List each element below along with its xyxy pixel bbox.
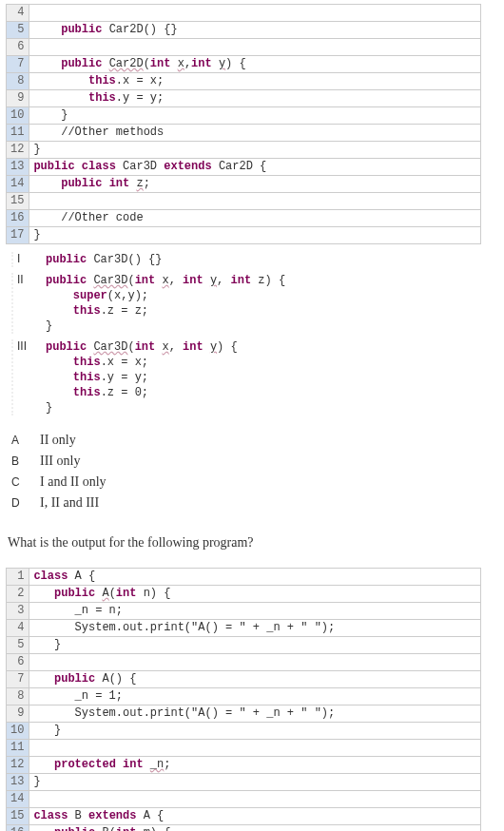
code-line: 9 this.y = y;	[7, 90, 481, 107]
line-number: 16	[7, 210, 29, 227]
option-label: II	[17, 273, 46, 286]
answer-row[interactable]: CI and II only	[11, 474, 500, 490]
option-block: Ipublic Car3D() {}	[11, 252, 500, 267]
line-content	[29, 5, 481, 22]
answer-row[interactable]: DI, II and III	[11, 495, 500, 511]
line-content: this.x = x;	[29, 73, 481, 90]
line-number: 11	[7, 125, 29, 142]
line-content: class B extends A {	[29, 808, 481, 825]
line-content: }	[29, 142, 481, 159]
answer-text: I, II and III	[40, 495, 99, 510]
code-line: 17}	[7, 227, 481, 244]
line-content: _n = 1;	[29, 688, 481, 705]
line-number: 12	[7, 757, 29, 774]
option-label: I	[17, 252, 46, 265]
code-line: 1class A {	[7, 569, 481, 586]
code-block-2: 1class A {2 public A(int n) {3 _n = n;4 …	[6, 568, 481, 831]
code-line: 8 this.x = x;	[7, 73, 481, 90]
code-line: 4 System.out.print("A() = " + _n + " ");	[7, 620, 481, 637]
line-content	[29, 654, 481, 671]
code-line: 12}	[7, 142, 481, 159]
line-content: //Other methods	[29, 125, 481, 142]
code-line: 14 public int z;	[7, 176, 481, 193]
code-line: 10 }	[7, 107, 481, 125]
line-content: _n = n;	[29, 603, 481, 620]
option-code: public Car3D() {}	[46, 252, 162, 267]
answer-row[interactable]: AII only	[11, 433, 500, 448]
line-number: 9	[7, 90, 29, 107]
option-block: IIIpublic Car3D(int x, int y) { this.x =…	[11, 339, 500, 416]
line-content: public A() {	[29, 671, 481, 688]
answer-text: III only	[40, 454, 80, 468]
line-number: 16	[7, 825, 29, 832]
option-code: public Car3D(int x, int y) { this.x = x;…	[46, 339, 238, 416]
code-line: 13public class Car3D extends Car2D {	[7, 159, 481, 176]
answer-letter: B	[11, 454, 40, 468]
line-number: 6	[7, 39, 29, 56]
line-content: public class Car3D extends Car2D {	[29, 159, 481, 176]
line-content: this.y = y;	[29, 90, 481, 107]
line-content: public A(int n) {	[29, 586, 481, 603]
line-number: 5	[7, 22, 29, 39]
line-number: 10	[7, 723, 29, 740]
code-line: 7 public Car2D(int x,int y) {	[7, 56, 481, 73]
line-content: //Other code	[29, 210, 481, 227]
line-number: 7	[7, 56, 29, 73]
code-line: 4	[7, 5, 481, 22]
code-line: 15	[7, 193, 481, 210]
line-content: public B(int m) {	[29, 825, 481, 832]
line-content: System.out.print("A() = " + _n + " ");	[29, 705, 481, 723]
option-label: III	[17, 339, 46, 353]
line-content	[29, 791, 481, 808]
line-content	[29, 740, 481, 757]
answer-text: II only	[40, 433, 76, 447]
code-line: 5 public Car2D() {}	[7, 22, 481, 39]
line-number: 14	[7, 176, 29, 193]
line-number: 15	[7, 193, 29, 210]
line-number: 17	[7, 227, 29, 244]
line-number: 11	[7, 740, 29, 757]
line-content: }	[29, 107, 481, 125]
line-number: 10	[7, 107, 29, 125]
answer-letter: C	[11, 475, 40, 489]
code-line: 2 public A(int n) {	[7, 586, 481, 603]
line-number: 5	[7, 637, 29, 654]
line-number: 13	[7, 774, 29, 791]
line-content: class A {	[29, 569, 481, 586]
code-line: 14	[7, 791, 481, 808]
code-block-1: 45 public Car2D() {}67 public Car2D(int …	[6, 4, 481, 244]
line-number: 7	[7, 671, 29, 688]
code-line: 6	[7, 654, 481, 671]
line-content: public Car2D(int x,int y) {	[29, 56, 481, 73]
line-number: 4	[7, 5, 29, 22]
code-line: 12 protected int _n;	[7, 757, 481, 774]
code-line: 3 _n = n;	[7, 603, 481, 620]
line-number: 1	[7, 569, 29, 586]
answer-row[interactable]: BIII only	[11, 454, 500, 469]
line-number: 8	[7, 73, 29, 90]
code-line: 7 public A() {	[7, 671, 481, 688]
code-line: 11 //Other methods	[7, 125, 481, 142]
code-line: 16 public B(int m) {	[7, 825, 481, 832]
line-number: 14	[7, 791, 29, 808]
line-content	[29, 193, 481, 210]
option-block: IIpublic Car3D(int x, int y, int z) { su…	[11, 273, 500, 334]
question-text: What is the output for the following pro…	[8, 535, 500, 551]
line-content: }	[29, 774, 481, 791]
code-line: 16 //Other code	[7, 210, 481, 227]
options-container: Ipublic Car3D() {}IIpublic Car3D(int x, …	[4, 252, 500, 416]
line-content: }	[29, 723, 481, 740]
line-content: public int z;	[29, 176, 481, 193]
code-line: 10 }	[7, 723, 481, 740]
line-number: 3	[7, 603, 29, 620]
line-number: 13	[7, 159, 29, 176]
answer-list: AII onlyBIII onlyCI and II onlyDI, II an…	[11, 433, 500, 511]
line-content: }	[29, 637, 481, 654]
line-number: 12	[7, 142, 29, 159]
code-line: 6	[7, 39, 481, 56]
line-content	[29, 39, 481, 56]
line-number: 2	[7, 586, 29, 603]
line-number: 9	[7, 705, 29, 723]
line-number: 6	[7, 654, 29, 671]
code-line: 15class B extends A {	[7, 808, 481, 825]
